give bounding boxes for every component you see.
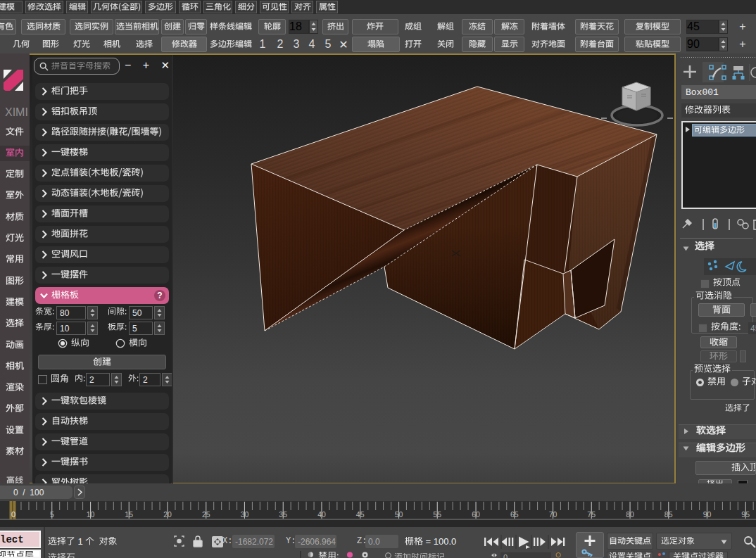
svg-text:30: 30 [241, 510, 249, 519]
svg-text:50: 50 [395, 510, 403, 519]
svg-text:95: 95 [741, 510, 750, 519]
svg-text:85: 85 [664, 510, 673, 519]
svg-text:20: 20 [163, 510, 172, 519]
svg-text:35: 35 [279, 510, 287, 519]
svg-text:15: 15 [125, 510, 133, 519]
svg-text:5: 5 [50, 510, 54, 519]
svg-text:10: 10 [87, 510, 95, 519]
svg-text:60: 60 [472, 510, 480, 519]
svg-text:70: 70 [549, 510, 557, 519]
svg-text:75: 75 [587, 510, 596, 519]
svg-text:45: 45 [356, 510, 365, 519]
svg-text:90: 90 [703, 510, 712, 519]
svg-text:40: 40 [317, 510, 326, 519]
svg-text:65: 65 [510, 510, 519, 519]
svg-text:0: 0 [11, 510, 15, 519]
svg-text:55: 55 [433, 510, 441, 519]
svg-text:25: 25 [202, 510, 210, 519]
svg-text:80: 80 [626, 510, 634, 519]
